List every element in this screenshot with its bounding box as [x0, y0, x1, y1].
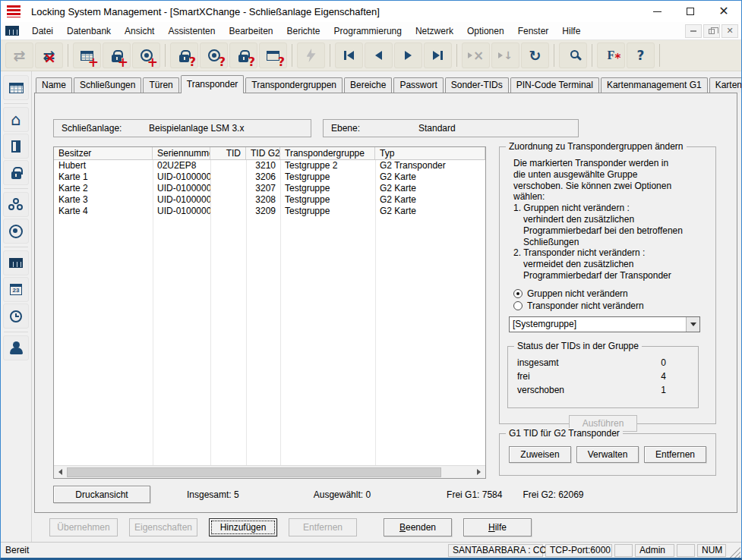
level-field: Ebene: Standard	[323, 119, 579, 137]
tab-schliessungen[interactable]: Schließungen	[74, 77, 141, 93]
help-button[interactable]: Hilfe	[463, 518, 532, 536]
sync-arrows-icon[interactable]: ⇄	[5, 42, 33, 68]
tab-passwort[interactable]: Passwort	[393, 77, 443, 93]
mdi-close-button[interactable]: ✕	[721, 24, 738, 38]
previous-record-icon[interactable]	[365, 42, 393, 68]
sidebar-time-zone-icon[interactable]	[3, 304, 29, 329]
radio-transponder-unchanged[interactable]: Transponder nicht verändern	[513, 300, 708, 311]
sidebar-transponder-groups-icon[interactable]	[3, 192, 29, 217]
menu-hilfe[interactable]: Hilfe	[555, 24, 587, 39]
read-network-icon[interactable]: ?	[259, 42, 287, 68]
menu-programmierung[interactable]: Programmierung	[327, 24, 409, 39]
close-button[interactable]: ✕	[709, 2, 738, 20]
read-lock-g2-icon[interactable]: ?	[229, 42, 257, 68]
minimize-button[interactable]	[643, 2, 671, 20]
table-body: Hubert 02U2EP8 3210 Testgruppe 2 G2 Tran…	[54, 160, 485, 465]
tab-bereiche[interactable]: Bereiche	[344, 77, 392, 93]
scroll-left-icon[interactable]	[54, 466, 67, 479]
tab-transponder[interactable]: Transponder	[181, 75, 245, 93]
tab-kartenmanagement-g1[interactable]: Kartenmanagement G1	[601, 77, 708, 93]
remove-record-icon[interactable]: ×	[462, 42, 490, 68]
column-tid[interactable]: TID	[210, 147, 246, 159]
import-record-icon[interactable]: ↓	[491, 42, 519, 68]
first-record-icon[interactable]	[335, 42, 363, 68]
column-tid-g2[interactable]: TID G2	[246, 147, 280, 159]
program-flash-icon[interactable]	[297, 42, 325, 68]
horizontal-scrollbar[interactable]	[54, 465, 485, 478]
table-row[interactable]: Hubert 02U2EP8 3210 Testgruppe 2 G2 Tran…	[54, 160, 485, 171]
column-typ[interactable]: Typ	[375, 147, 485, 159]
column-besitzer[interactable]: Besitzer	[54, 147, 153, 159]
resize-grip[interactable]	[728, 546, 740, 558]
menu-fenster[interactable]: Fenster	[511, 24, 556, 39]
help-icon[interactable]: ?	[627, 42, 655, 68]
sidebar-matrix-icon[interactable]	[3, 250, 29, 275]
column-transpondergruppe[interactable]: Transpondergruppe	[280, 147, 375, 159]
table-row[interactable]: Karte 4 UID-0100000... 3209 Testgruppe G…	[54, 206, 485, 217]
read-transponder-icon[interactable]: ?	[200, 42, 228, 68]
group-dropdown[interactable]: [Systemgruppe]	[509, 316, 700, 332]
tab-kartenmanagement-g2[interactable]: Kartenmanagement G2	[709, 77, 742, 93]
assign-button[interactable]: Zuweisen	[509, 446, 571, 463]
menu-assistenten[interactable]: Assistenten	[161, 24, 222, 39]
add-button[interactable]: Hinzufügen	[209, 518, 277, 536]
menu-bearbeiten[interactable]: Bearbeiten	[222, 24, 279, 39]
sidebar-doors-icon[interactable]	[3, 134, 29, 159]
disconnect-icon[interactable]: ⇄×	[35, 42, 63, 68]
menu-optionen[interactable]: Optionen	[460, 24, 511, 39]
radio-selected-icon	[513, 289, 523, 298]
maximize-button[interactable]	[676, 2, 705, 20]
radio-groups-unchanged[interactable]: Gruppen nicht verändern	[513, 288, 708, 299]
sidebar-locking-plan-icon[interactable]	[3, 75, 29, 100]
print-view-button[interactable]: Druckansicht	[53, 486, 150, 503]
mdi-minimize-button[interactable]	[685, 24, 702, 38]
tab-tueren[interactable]: Türen	[143, 77, 178, 93]
app-logo-icon	[7, 5, 25, 17]
table-row[interactable]: Karte 3 UID-0100000... 3208 Testgruppe G…	[54, 194, 485, 206]
menu-ansicht[interactable]: Ansicht	[118, 24, 161, 39]
menu-netzwerk[interactable]: Netzwerk	[409, 24, 460, 39]
tab-sonder-tids[interactable]: Sonder-TIDs	[445, 77, 509, 93]
tab-pin-code-terminal[interactable]: PIN-Code Terminal	[510, 77, 599, 93]
sidebar-home-icon[interactable]: ⌂	[3, 107, 29, 132]
menu-datenbank[interactable]: Datenbank	[60, 24, 118, 39]
add-transponder-icon[interactable]: +	[132, 42, 160, 68]
free-g1-count: Frei G1: 7584	[447, 489, 502, 500]
add-lock-icon[interactable]: +	[103, 42, 131, 68]
sidebar-locks-icon[interactable]	[3, 160, 29, 185]
table-row[interactable]: Karte 2 UID-0100000... 3207 Testgruppe G…	[54, 183, 485, 194]
sidebar-transponders-icon[interactable]	[3, 219, 29, 244]
tab-transpondergruppen[interactable]: Transpondergruppen	[245, 77, 343, 93]
remove-g1-button[interactable]: Entfernen	[644, 446, 706, 463]
manage-button[interactable]: Verwalten	[576, 446, 639, 463]
apply-button[interactable]: Übernehmen	[49, 518, 118, 536]
mdi-restore-button[interactable]	[703, 24, 720, 38]
next-record-icon[interactable]	[394, 42, 422, 68]
remove-button[interactable]: Entfernen	[289, 518, 357, 536]
total-count: Insgesamt: 5	[187, 489, 239, 500]
scroll-right-icon[interactable]	[472, 466, 485, 479]
tid-moved-label: verschoben	[517, 383, 661, 397]
tab-name[interactable]: Name	[36, 77, 72, 93]
tid-moved-value: 1	[661, 383, 666, 397]
menu-berichte[interactable]: Berichte	[280, 24, 327, 39]
search-icon[interactable]	[559, 42, 587, 68]
add-locking-plan-icon[interactable]: +	[73, 42, 101, 68]
scrollbar-thumb[interactable]	[67, 467, 441, 477]
exit-button[interactable]: Beenden	[384, 518, 452, 536]
dropdown-arrow-icon[interactable]	[686, 317, 699, 332]
read-lock-icon[interactable]: ?	[170, 42, 198, 68]
status-tcp-port: TCP-Port:6000	[545, 544, 612, 557]
column-seriennummer[interactable]: Seriennummer	[153, 147, 210, 159]
sidebar-users-icon[interactable]	[3, 335, 29, 360]
sidebar-calendar-icon[interactable]	[3, 277, 29, 302]
table-row[interactable]: Karte 1 UID-0100000... 3206 Testgruppe G…	[54, 171, 485, 183]
last-record-icon[interactable]	[424, 42, 452, 68]
tid-status-groupbox: Status der TIDs in der Gruppe insgesamt …	[507, 346, 699, 408]
filter-settings-icon[interactable]: F*	[597, 42, 625, 68]
refresh-icon[interactable]: ↻	[521, 42, 549, 68]
assign-groupbox-title: Zuordnung zu Transpondergruppen ändern	[506, 141, 687, 152]
properties-button[interactable]: Eigenschaften	[129, 518, 197, 536]
mdi-document-icon	[5, 26, 19, 36]
menu-datei[interactable]: Datei	[25, 24, 60, 39]
